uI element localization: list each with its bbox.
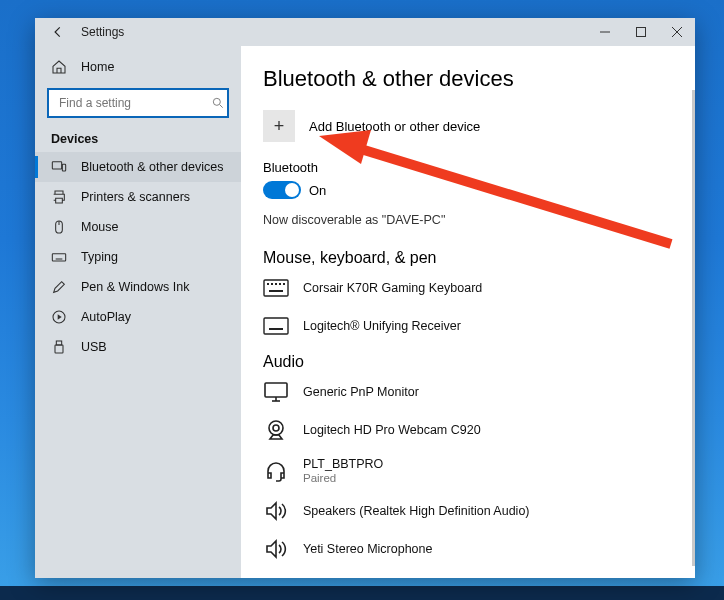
sidebar-item-typing[interactable]: Typing [35,242,241,272]
page-title: Bluetooth & other devices [263,66,669,92]
sidebar-item-autoplay[interactable]: AutoPlay [35,302,241,332]
svg-rect-12 [55,345,63,353]
mouse-icon [51,219,67,235]
svg-rect-17 [279,283,281,285]
pen-icon [51,279,67,295]
svg-line-3 [220,105,223,108]
svg-rect-8 [52,254,65,261]
device-monitor[interactable]: Generic PnP Monitor [263,381,669,403]
maximize-button[interactable] [623,18,659,46]
sidebar-home[interactable]: Home [35,52,241,82]
svg-rect-20 [264,318,288,334]
sidebar-item-pen[interactable]: Pen & Windows Ink [35,272,241,302]
sidebar-item-mouse[interactable]: Mouse [35,212,241,242]
device-plt-status: Paired [303,472,383,484]
svg-rect-15 [271,283,273,285]
svg-rect-11 [56,341,61,345]
svg-rect-5 [62,164,65,171]
group-audio-header: Audio [263,353,669,371]
add-device-button[interactable]: + Add Bluetooth or other device [263,110,669,142]
sidebar-item-usb[interactable]: USB [35,332,241,362]
svg-point-2 [213,98,220,105]
sidebar-item-bluetooth[interactable]: Bluetooth & other devices [35,152,241,182]
desktop-background: Settings Home Devices B [0,0,724,600]
svg-rect-18 [283,283,285,285]
svg-rect-1 [637,28,646,37]
search-icon [211,96,225,110]
group-input-header: Mouse, keyboard, & pen [263,249,669,267]
device-unifying[interactable]: Logitech® Unifying Receiver [263,315,669,337]
sidebar-section-header: Devices [35,122,241,152]
minimize-button[interactable] [587,18,623,46]
device-yeti[interactable]: Yeti Stereo Microphone [263,538,669,560]
svg-point-25 [269,421,283,435]
search-input[interactable] [47,88,229,118]
device-keyboard[interactable]: Corsair K70R Gaming Keyboard [263,277,669,299]
svg-rect-21 [269,328,283,330]
headset-icon [263,460,289,482]
svg-point-26 [273,425,279,431]
scrollbar[interactable] [692,90,695,566]
svg-rect-4 [52,162,61,169]
svg-rect-22 [265,383,287,397]
content-pane: Bluetooth & other devices + Add Bluetoot… [241,46,695,578]
titlebar: Settings [35,18,695,46]
bluetooth-state: On [309,183,326,198]
devices-icon [51,159,67,175]
settings-window: Settings Home Devices B [35,18,695,578]
plus-icon: + [263,110,295,142]
keyboard-device-icon [263,277,289,299]
bluetooth-label: Bluetooth [263,160,669,175]
close-button[interactable] [659,18,695,46]
monitor-icon [263,381,289,403]
receiver-icon [263,315,289,337]
speaker-icon [263,500,289,522]
keyboard-icon [51,249,67,265]
taskbar[interactable] [0,586,724,600]
printer-icon [51,189,67,205]
svg-rect-16 [275,283,277,285]
webcam-icon [263,419,289,441]
usb-icon [51,339,67,355]
device-plt[interactable]: PLT_BBTPRO Paired [263,457,669,484]
add-device-label: Add Bluetooth or other device [309,119,480,134]
search-field[interactable] [57,95,211,111]
autoplay-icon [51,309,67,325]
device-webcam[interactable]: Logitech HD Pro Webcam C920 [263,419,669,441]
back-button[interactable] [49,23,67,41]
window-title: Settings [81,25,124,39]
bluetooth-toggle[interactable] [263,181,301,199]
sidebar: Home Devices Bluetooth & other devices P… [35,46,241,578]
speaker-icon [263,538,289,560]
device-speakers[interactable]: Speakers (Realtek High Definition Audio) [263,500,669,522]
svg-rect-13 [264,280,288,296]
home-icon [51,59,67,75]
discoverable-text: Now discoverable as "DAVE-PC" [263,213,669,227]
sidebar-item-printers[interactable]: Printers & scanners [35,182,241,212]
svg-rect-19 [269,290,283,292]
svg-rect-14 [267,283,269,285]
